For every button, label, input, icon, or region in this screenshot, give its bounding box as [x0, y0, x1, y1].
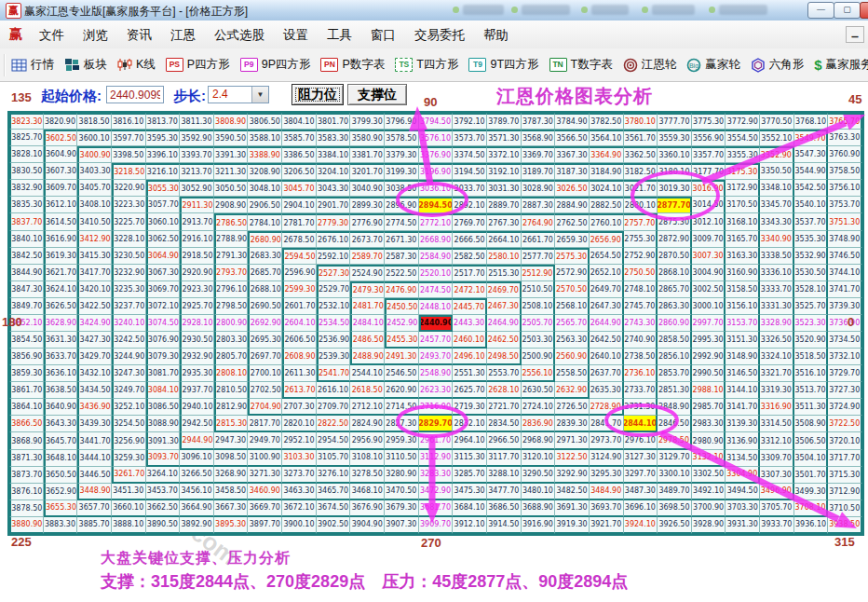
grid-cell: 2966.50 [487, 432, 522, 449]
grid-cell: 2553.70 [487, 365, 522, 382]
menu-item-9[interactable]: 帮助 [474, 25, 518, 45]
grid-cell: 3585.70 [282, 130, 317, 146]
grid-cell: 2728.90 [590, 399, 624, 416]
minimize-button[interactable]: — [807, 2, 834, 19]
resistance-button[interactable]: 阻力位 [292, 84, 344, 105]
chevron-down-icon[interactable]: ▼ [251, 87, 268, 103]
grid-cell: 3780.10 [624, 113, 658, 130]
menu-bar: 赢 文件浏览资讯江恩公式选股设置工具窗口交易委托帮助 ▁ [0, 21, 868, 49]
toolbar-item-板块[interactable]: 板块 [64, 57, 107, 73]
grid-cell: 2906.50 [248, 197, 282, 213]
start-price-input[interactable] [106, 86, 164, 103]
grid-cell: 3513.70 [794, 382, 829, 399]
menu-item-5[interactable]: 设置 [274, 25, 318, 45]
menu-item-7[interactable]: 窗口 [361, 25, 405, 45]
blocks-icon [64, 58, 80, 72]
grid-cell: 3453.70 [146, 484, 181, 500]
toolbar-item-赢家轮[interactable]: Big赢家轮 [686, 57, 740, 73]
mdi-minimize-button[interactable]: ▁ [846, 26, 864, 43]
grid-cell: 2812.90 [214, 399, 249, 416]
menu-item-2[interactable]: 资讯 [117, 25, 161, 45]
step-combobox[interactable]: 2.4 ▼ [208, 86, 269, 103]
grid-cell: 3799.30 [350, 113, 385, 130]
grid-cell: 3228.10 [112, 231, 146, 248]
grid-cell: 3880.90 [9, 517, 44, 534]
grid-cell: 2930.50 [180, 332, 214, 349]
grid-cell: 3746.50 [828, 248, 862, 265]
grid-cell: 3806.50 [248, 113, 282, 130]
grid-cell: 2606.50 [282, 332, 317, 349]
grid-cell: 2805.70 [214, 349, 249, 365]
p9-badge-icon: P9 [240, 58, 258, 72]
grid-cell: 3096.10 [180, 450, 214, 467]
toolbar-item-六角形[interactable]: 六角形 [751, 57, 805, 73]
grid-cell: 3184.90 [590, 163, 624, 180]
grid-cell: 3160.90 [726, 265, 760, 281]
menu-item-3[interactable]: 江恩 [161, 25, 205, 45]
grid-cell: 2920.90 [180, 265, 214, 281]
grid-cell: 2481.70 [350, 298, 385, 315]
grid-cell: 3105.70 [317, 450, 351, 467]
grid-cell: 3720.10 [828, 432, 862, 449]
menu-item-0[interactable]: 文件 [30, 25, 74, 45]
toolbar-item-赢家服务[interactable]: $赢家服务 [814, 57, 868, 73]
grid-cell: 2985.70 [692, 399, 726, 416]
grid-cell: 3436.90 [77, 399, 112, 416]
grid-cell: 2944.90 [180, 432, 214, 449]
grid-cell: 3516.10 [794, 365, 829, 382]
grid-cell: 3468.10 [350, 484, 385, 500]
toolbar-item-9P四方形[interactable]: P99P四方形 [240, 57, 311, 73]
grid-cell: 3439.30 [77, 416, 112, 432]
menu-item-1[interactable]: 浏览 [74, 25, 117, 45]
grid-cell: 3672.10 [282, 500, 317, 517]
toolbar-item-K线[interactable]: K线 [117, 57, 156, 73]
grid-cell: 2544.10 [350, 365, 385, 382]
grid-cell: 3283.30 [419, 467, 454, 484]
menu-item-4[interactable]: 公式选股 [205, 25, 274, 45]
menu-item-8[interactable]: 交易委托 [405, 25, 474, 45]
grid-cell: 2757.70 [624, 213, 658, 230]
grid-cell: 2856.10 [658, 349, 692, 365]
grid-cell: 3292.90 [555, 467, 590, 484]
grid-cell: 2899.30 [350, 197, 385, 213]
toolbar-item-T数字表[interactable]: TNT数字表 [549, 57, 613, 73]
toolbar-item-行情[interactable]: 行情 [11, 57, 54, 73]
grid-cell: 3758.50 [828, 163, 862, 180]
grid-cell: 3489.70 [658, 484, 692, 500]
grid-cell: 3036.10 [419, 180, 454, 197]
grid-cell: 3357.70 [692, 146, 726, 163]
grid-cell: 3156.10 [726, 298, 760, 315]
grid-cell: 2503.30 [522, 332, 556, 349]
grid-cell: 2661.70 [522, 231, 556, 248]
grid-cell: 3261.70 [112, 467, 146, 484]
grid-cell: 3273.70 [282, 467, 317, 484]
toolbar-item-T四方形[interactable]: TST四方形 [395, 57, 458, 73]
background-window-blur [522, 5, 570, 15]
grid-cell: 3153.70 [726, 315, 760, 332]
support-button[interactable]: 支撑位 [347, 84, 407, 105]
grid-cell: 3537.70 [794, 213, 829, 230]
toolbar-item-P四方形[interactable]: PSP四方形 [166, 57, 230, 73]
grid-cell: 3722.50 [828, 416, 862, 432]
grid-cell: 3091.30 [146, 432, 181, 449]
grid-cell: 2570.50 [555, 281, 590, 298]
grid-cell: 2654.50 [590, 248, 624, 265]
menu-item-6[interactable]: 工具 [318, 25, 361, 45]
grid-cell: 2740.90 [624, 332, 658, 349]
grid-cell: 3902.50 [317, 517, 351, 534]
toolbar-item-9T四方形[interactable]: T99T四方形 [468, 57, 538, 73]
dollar-icon: $ [814, 57, 821, 73]
grid-cell: 3314.50 [760, 416, 794, 432]
toolbar-item-P数字表[interactable]: PNP数字表 [320, 57, 385, 73]
maximize-button[interactable]: ▢ [834, 2, 861, 19]
grid-cell: 3012.10 [692, 213, 726, 230]
toolbar-item-江恩轮[interactable]: 江恩轮 [623, 57, 677, 73]
close-button[interactable] [860, 2, 868, 19]
grid-cell: 3429.70 [77, 349, 112, 365]
grid-cell: 2992.90 [692, 349, 726, 365]
grid-cell: 2568.10 [555, 298, 590, 315]
grid-cell: 2474.50 [419, 281, 454, 298]
grid-cell: 3144.10 [726, 382, 760, 399]
grid-cell: 3732.10 [828, 349, 862, 365]
grid-cell: 2505.70 [522, 315, 556, 332]
